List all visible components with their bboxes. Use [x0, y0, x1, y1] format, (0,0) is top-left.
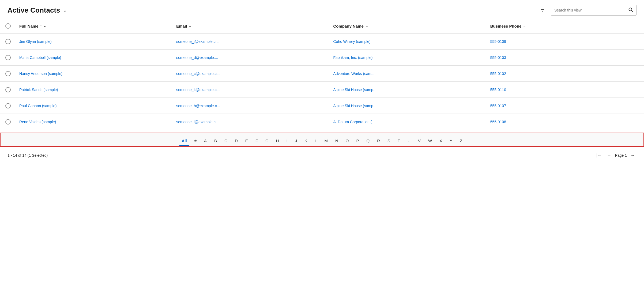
- phone-link[interactable]: 555-0102: [490, 72, 506, 76]
- alpha-btn-x[interactable]: X: [436, 136, 446, 145]
- fullname-link[interactable]: Maria Campbell (sample): [19, 55, 61, 60]
- company-link[interactable]: Adventure Works (sam...: [333, 72, 375, 76]
- alpha-btn-p[interactable]: P: [353, 136, 363, 145]
- alpha-btn-g[interactable]: G: [262, 136, 272, 145]
- phone-link[interactable]: 555-0103: [490, 55, 506, 60]
- company-link[interactable]: Alpine Ski House (samp...: [333, 88, 376, 92]
- row-checkbox[interactable]: [5, 87, 11, 92]
- filter-icon[interactable]: [537, 6, 548, 15]
- phone-link[interactable]: 555-0107: [490, 104, 506, 108]
- phone-link[interactable]: 555-0108: [490, 120, 506, 124]
- cell-fullname: Maria Campbell (sample): [16, 52, 173, 63]
- company-sort-icon[interactable]: ⌄: [365, 24, 368, 28]
- search-input[interactable]: [551, 6, 625, 14]
- email-link[interactable]: someone_h@example.c...: [176, 104, 220, 108]
- alpha-btn-r[interactable]: R: [373, 136, 384, 145]
- alpha-btn-y[interactable]: Y: [446, 136, 456, 145]
- fullname-link[interactable]: Patrick Sands (sample): [19, 88, 58, 92]
- alpha-btn-b[interactable]: B: [210, 136, 221, 145]
- company-link[interactable]: Fabrikam, Inc. (sample): [333, 55, 373, 60]
- alpha-btn-c[interactable]: C: [221, 136, 231, 145]
- row-checkbox[interactable]: [5, 39, 11, 44]
- alpha-btn-i[interactable]: I: [283, 136, 291, 145]
- alpha-btn-n[interactable]: N: [332, 136, 342, 145]
- alpha-btn-s[interactable]: S: [384, 136, 394, 145]
- email-sort-icon[interactable]: ⌄: [189, 24, 191, 28]
- cell-fullname: Nancy Anderson (sample): [16, 68, 173, 79]
- page-label: Page 1: [615, 153, 627, 158]
- cell-email: someone_k@example.c...: [173, 84, 330, 95]
- first-page-button[interactable]: |←: [594, 152, 603, 159]
- alpha-btn-u[interactable]: U: [404, 136, 414, 145]
- fullname-link[interactable]: Jim Glynn (sample): [19, 39, 52, 44]
- cell-fullname: Jim Glynn (sample): [16, 36, 173, 47]
- cell-company: Alpine Ski House (samp...: [330, 100, 487, 111]
- phone-link[interactable]: 555-0110: [490, 88, 506, 92]
- prev-page-button[interactable]: ←: [605, 152, 613, 159]
- alpha-btn-h[interactable]: H: [272, 136, 283, 145]
- alpha-btn-v[interactable]: V: [414, 136, 424, 145]
- col-fullname[interactable]: Full Name ↑ ⌄: [16, 22, 173, 30]
- col-email[interactable]: Email ⌄: [173, 22, 330, 30]
- email-link[interactable]: someone_c@example.c...: [176, 72, 220, 76]
- search-box: [551, 5, 637, 16]
- email-link[interactable]: someone_j@example.c...: [176, 39, 219, 44]
- alpha-btn-t[interactable]: T: [394, 136, 404, 145]
- row-checkbox[interactable]: [5, 119, 11, 125]
- alpha-btn-m[interactable]: M: [321, 136, 332, 145]
- col-company-label: Company Name: [333, 24, 364, 28]
- email-link[interactable]: someone_i@example.c...: [176, 120, 219, 124]
- page-title: Active Contacts: [7, 6, 60, 14]
- alpha-btn-q[interactable]: Q: [363, 136, 374, 145]
- col-phone-label: Business Phone: [490, 24, 522, 28]
- alpha-btn-z[interactable]: Z: [456, 136, 466, 145]
- email-link[interactable]: someone_k@example.c...: [176, 88, 220, 92]
- cell-email: someone_i@example.c...: [173, 117, 330, 127]
- cell-phone: 555-0107: [487, 100, 644, 111]
- phone-link[interactable]: 555-0109: [490, 39, 506, 44]
- row-checkbox[interactable]: [5, 103, 11, 108]
- cell-phone: 555-0102: [487, 68, 644, 79]
- footer: 1 - 14 of 14 (1 Selected) |← ← Page 1 →: [0, 148, 644, 163]
- row-checkbox-col: [0, 116, 16, 128]
- row-checkbox[interactable]: [5, 55, 11, 60]
- table-row: Maria Campbell (sample) someone_d@exampl…: [0, 50, 644, 66]
- row-checkbox[interactable]: [5, 71, 11, 76]
- col-phone[interactable]: Business Phone ⌄: [487, 22, 644, 30]
- alpha-btn-a[interactable]: A: [200, 136, 210, 145]
- sort-down-icon[interactable]: ⌄: [43, 24, 46, 28]
- alpha-btn-#[interactable]: #: [191, 136, 200, 145]
- cell-phone: 555-0103: [487, 52, 644, 63]
- alpha-btn-j[interactable]: J: [291, 136, 301, 145]
- sort-up-icon[interactable]: ↑: [40, 24, 42, 28]
- alpha-btn-w[interactable]: W: [424, 136, 436, 145]
- fullname-link[interactable]: Rene Valdes (sample): [19, 120, 56, 124]
- row-checkbox-col: [0, 100, 16, 112]
- fullname-link[interactable]: Nancy Anderson (sample): [19, 72, 62, 76]
- company-link[interactable]: Alpine Ski House (samp...: [333, 104, 376, 108]
- email-link[interactable]: someone_d@example....: [176, 55, 218, 60]
- alpha-btn-f[interactable]: F: [252, 136, 262, 145]
- alpha-btn-o[interactable]: O: [342, 136, 353, 145]
- company-link[interactable]: A. Datum Corporation (...: [333, 120, 375, 124]
- phone-sort-icon[interactable]: ⌄: [523, 24, 526, 28]
- table-row: Paul Cannon (sample) someone_h@example.c…: [0, 98, 644, 114]
- fullname-link[interactable]: Paul Cannon (sample): [19, 104, 57, 108]
- alpha-btn-l[interactable]: L: [311, 136, 321, 145]
- select-all-col: [0, 22, 16, 30]
- row-checkbox-col: [0, 52, 16, 63]
- search-button[interactable]: [625, 5, 636, 15]
- alpha-btn-d[interactable]: D: [231, 136, 242, 145]
- cell-company: Coho Winery (sample): [330, 36, 487, 47]
- company-link[interactable]: Coho Winery (sample): [333, 39, 371, 44]
- alpha-btn-e[interactable]: E: [242, 136, 252, 145]
- title-dropdown-icon[interactable]: ⌄: [63, 7, 67, 13]
- next-page-button[interactable]: →: [629, 152, 637, 159]
- alpha-btn-all[interactable]: All: [178, 136, 191, 145]
- table-row: Nancy Anderson (sample) someone_c@exampl…: [0, 66, 644, 82]
- alpha-btn-k[interactable]: K: [301, 136, 311, 145]
- table-body: Jim Glynn (sample) someone_j@example.c..…: [0, 33, 644, 130]
- col-company[interactable]: Company Name ⌄: [330, 22, 487, 30]
- cell-fullname: Rene Valdes (sample): [16, 117, 173, 127]
- select-all-checkbox[interactable]: [5, 23, 11, 29]
